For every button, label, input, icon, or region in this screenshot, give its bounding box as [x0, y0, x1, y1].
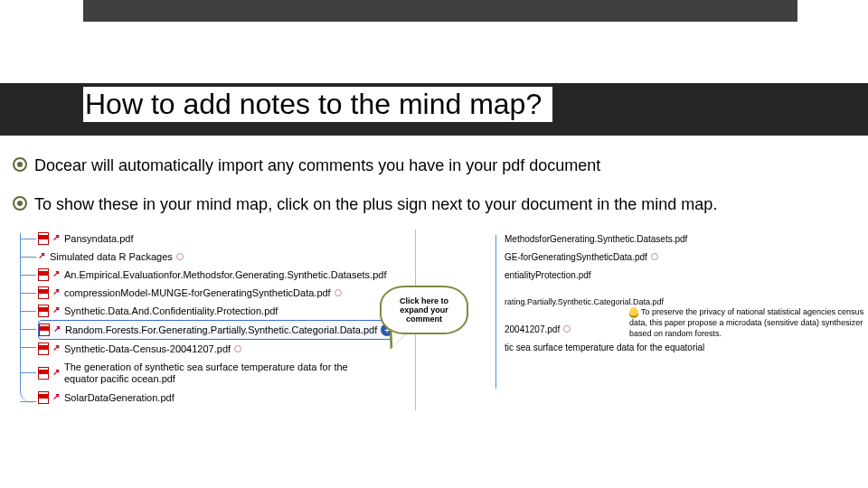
- node-label: 20041207.pdf: [505, 324, 560, 334]
- pdf-icon: [38, 391, 49, 404]
- expand-dot-icon[interactable]: [176, 253, 184, 260]
- node-label: Simulated data R Packages: [50, 251, 173, 262]
- tree-branch-line: [20, 293, 36, 294]
- node-label: entialityProtection.pdf: [505, 270, 591, 280]
- node-label: MethodsforGenerating.Synthetic.Datasets.…: [505, 234, 687, 244]
- node-label: Pansyndata.pdf: [64, 233, 133, 244]
- mindmap-node[interactable]: Synthetic-Data-Census-20041207.pdf: [38, 340, 400, 358]
- bullet-list: Docear will automatically import any com…: [13, 155, 854, 232]
- bullet-item: Docear will automatically import any com…: [13, 155, 854, 176]
- external-link-icon: [52, 288, 61, 297]
- annotation-note: To preserve the privacy of national stat…: [629, 307, 864, 339]
- page-title: How to add notes to the mind map?: [83, 87, 552, 122]
- pdf-icon: [38, 232, 49, 245]
- mindmap-node[interactable]: tic sea surface temperature data for the…: [505, 338, 704, 356]
- tree-branch-line: [20, 372, 36, 373]
- external-link-icon: [52, 306, 61, 315]
- bullet-text: Docear will automatically import any com…: [34, 155, 854, 176]
- annotation-text: To preserve the privacy of national stat…: [629, 307, 863, 337]
- node-label: GE-forGeneratingSyntheticData.pdf: [505, 252, 647, 262]
- pdf-icon: [38, 268, 49, 281]
- external-link-icon: [52, 369, 61, 378]
- mindmap-node-selected[interactable]: Random.Forests.For.Generating.Partially.…: [38, 320, 400, 340]
- mindmap-right-pane: MethodsforGenerating.Synthetic.Datasets.…: [495, 230, 868, 410]
- node-label: Random.Forests.For.Generating.Partially.…: [65, 324, 377, 335]
- tree-branch-line: [20, 347, 36, 348]
- node-label: compressionModel-MUNGE-forGeneratingSynt…: [64, 287, 331, 298]
- expand-dot-icon[interactable]: [651, 253, 658, 260]
- node-label: The generation of synthetic sea surface …: [64, 361, 382, 385]
- external-link-icon: [52, 344, 61, 353]
- node-label: SolarDataGeneration.pdf: [64, 392, 175, 403]
- lightbulb-icon: [629, 307, 638, 318]
- pdf-icon: [38, 305, 49, 317]
- bullet-text: To show these in your mind map, click on…: [34, 194, 854, 215]
- node-label: An.Empirical.Evaluationfor.Methodsfor.Ge…: [64, 269, 386, 280]
- external-link-icon: [52, 234, 61, 243]
- mindmap-node[interactable]: compressionModel-MUNGE-forGeneratingSynt…: [38, 284, 400, 302]
- tree-branch-line: [20, 311, 36, 312]
- node-list: Pansyndata.pdf Simulated data R Packages…: [38, 230, 400, 407]
- mindmap-node[interactable]: GE-forGeneratingSyntheticData.pdf: [505, 248, 704, 266]
- pdf-icon: [38, 343, 49, 355]
- bullet-item: To show these in your mind map, click on…: [13, 194, 854, 215]
- mindmap-node[interactable]: An.Empirical.Evaluationfor.Methodsfor.Ge…: [38, 266, 400, 284]
- mindmap-node[interactable]: Simulated data R Packages: [38, 248, 400, 266]
- mindmap-node[interactable]: Synthetic.Data.And.Confidentiality.Prote…: [38, 302, 400, 320]
- tree-branch-line: [20, 257, 36, 258]
- tree-branch-line: [20, 329, 36, 330]
- mindmap-node[interactable]: SolarDataGeneration.pdf: [38, 389, 400, 407]
- tree-branch-line: [20, 275, 36, 276]
- pdf-icon: [38, 286, 49, 299]
- mindmap-left-pane: ition Pansyndata.pdf Simulated data R Pa…: [0, 230, 416, 410]
- expand-dot-icon[interactable]: [335, 289, 342, 296]
- callout-text: Click here to expand your comment: [387, 296, 461, 324]
- external-link-icon: [38, 252, 47, 261]
- expand-dot-icon[interactable]: [563, 325, 571, 333]
- external-link-icon: [52, 393, 61, 402]
- node-label: tic sea surface temperature data for the…: [505, 343, 704, 352]
- node-label: Synthetic.Data.And.Confidentiality.Prote…: [64, 305, 278, 316]
- bullet-marker-icon: [13, 196, 27, 211]
- mindmap-node[interactable]: Pansyndata.pdf: [38, 230, 400, 248]
- decorative-top-bar: [83, 0, 797, 22]
- bullet-marker-icon: [13, 157, 27, 172]
- external-link-icon: [52, 270, 61, 279]
- slide: How to add notes to the mind map? Docear…: [0, 0, 868, 488]
- pdf-icon: [39, 324, 50, 336]
- tree-branch-line: [20, 239, 36, 239]
- mindmap-node[interactable]: entialityProtection.pdf: [505, 266, 704, 284]
- tree-branch-line: [20, 401, 36, 402]
- tree-spine-line: [20, 233, 37, 403]
- mindmap-node[interactable]: The generation of synthetic sea surface …: [38, 358, 382, 389]
- expand-dot-icon[interactable]: [234, 345, 241, 352]
- external-link-icon: [53, 325, 62, 334]
- node-label: Synthetic-Data-Census-20041207.pdf: [64, 343, 231, 354]
- callout-bubble: Click here to expand your comment: [380, 286, 468, 334]
- pdf-icon: [38, 367, 49, 380]
- node-label: rating.Partially.Synthetic.Categorial.Da…: [505, 297, 664, 306]
- mindmap-node[interactable]: MethodsforGenerating.Synthetic.Datasets.…: [505, 230, 704, 248]
